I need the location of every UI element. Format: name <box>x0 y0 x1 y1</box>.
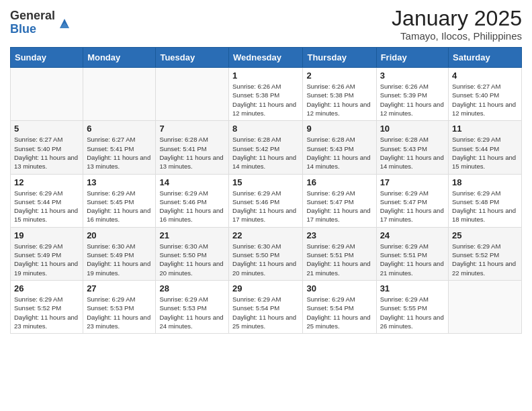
day-info: Sunrise: 6:29 AMSunset: 5:44 PMDaylight:… <box>452 135 518 171</box>
week-row-3: 12Sunrise: 6:29 AMSunset: 5:44 PMDayligh… <box>11 174 522 227</box>
day-number: 18 <box>452 177 518 187</box>
sunset-time: Sunset: 5:40 PM <box>452 91 499 99</box>
calendar-cell: 12Sunrise: 6:29 AMSunset: 5:44 PMDayligh… <box>11 174 83 227</box>
sunset-time: Sunset: 5:52 PM <box>14 304 61 312</box>
day-info: Sunrise: 6:29 AMSunset: 5:48 PMDaylight:… <box>452 189 518 224</box>
header: General Blue January 2025 Tamayo, Ilocos… <box>10 7 522 42</box>
title-area: January 2025 Tamayo, Ilocos, Philippines <box>392 7 522 42</box>
sunrise-time: Sunrise: 6:30 AM <box>232 242 281 250</box>
daylight-hours: Daylight: 11 hours and 19 minutes. <box>14 260 78 276</box>
day-number: 14 <box>159 177 225 187</box>
sunrise-time: Sunrise: 6:27 AM <box>87 136 135 143</box>
day-info: Sunrise: 6:30 AMSunset: 5:50 PMDaylight:… <box>232 242 299 277</box>
sunset-time: Sunset: 5:53 PM <box>159 304 206 312</box>
calendar-cell: 11Sunrise: 6:29 AMSunset: 5:44 PMDayligh… <box>449 121 522 174</box>
day-info: Sunrise: 6:29 AMSunset: 5:53 PMDaylight:… <box>87 295 152 330</box>
day-info: Sunrise: 6:29 AMSunset: 5:54 PMDaylight:… <box>232 295 299 330</box>
day-number: 4 <box>452 71 518 81</box>
calendar-cell: 27Sunrise: 6:29 AMSunset: 5:53 PMDayligh… <box>83 280 156 333</box>
calendar-cell: 15Sunrise: 6:29 AMSunset: 5:46 PMDayligh… <box>229 174 303 227</box>
day-number: 23 <box>306 230 372 240</box>
day-number: 28 <box>159 283 225 293</box>
day-info: Sunrise: 6:30 AMSunset: 5:49 PMDaylight:… <box>87 242 152 277</box>
daylight-hours: Daylight: 11 hours and 17 minutes. <box>232 207 296 223</box>
calendar-header-row: SundayMondayTuesdayWednesdayThursdayFrid… <box>11 48 522 68</box>
day-info: Sunrise: 6:29 AMSunset: 5:47 PMDaylight:… <box>306 189 372 224</box>
calendar-cell: 28Sunrise: 6:29 AMSunset: 5:53 PMDayligh… <box>156 280 229 333</box>
daylight-hours: Daylight: 11 hours and 26 minutes. <box>380 314 444 330</box>
sunrise-time: Sunrise: 6:29 AM <box>87 295 135 303</box>
day-info: Sunrise: 6:27 AMSunset: 5:40 PMDaylight:… <box>14 135 79 171</box>
sunset-time: Sunset: 5:52 PM <box>452 251 499 259</box>
daylight-hours: Daylight: 11 hours and 14 minutes. <box>232 154 296 170</box>
sunset-time: Sunset: 5:41 PM <box>159 145 206 152</box>
sunset-time: Sunset: 5:54 PM <box>232 304 279 312</box>
daylight-hours: Daylight: 11 hours and 20 minutes. <box>159 260 223 276</box>
header-wednesday: Wednesday <box>229 48 303 68</box>
calendar-cell: 18Sunrise: 6:29 AMSunset: 5:48 PMDayligh… <box>449 174 522 227</box>
sunset-time: Sunset: 5:50 PM <box>232 251 279 259</box>
day-number: 3 <box>380 71 445 81</box>
daylight-hours: Daylight: 11 hours and 24 minutes. <box>159 314 223 330</box>
sunrise-time: Sunrise: 6:29 AM <box>380 189 429 197</box>
logo-general: General <box>10 9 55 23</box>
calendar-cell: 30Sunrise: 6:29 AMSunset: 5:54 PMDayligh… <box>303 280 376 333</box>
sunset-time: Sunset: 5:55 PM <box>380 304 427 312</box>
day-info: Sunrise: 6:29 AMSunset: 5:44 PMDaylight:… <box>14 189 79 224</box>
sunset-time: Sunset: 5:44 PM <box>14 198 61 205</box>
header-sunday: Sunday <box>11 48 83 68</box>
sunset-time: Sunset: 5:48 PM <box>452 198 499 205</box>
day-info: Sunrise: 6:29 AMSunset: 5:51 PMDaylight:… <box>306 242 372 277</box>
sunrise-time: Sunrise: 6:26 AM <box>232 83 281 90</box>
day-number: 27 <box>87 283 152 293</box>
day-number: 19 <box>14 230 79 240</box>
calendar-cell: 6Sunrise: 6:27 AMSunset: 5:41 PMDaylight… <box>83 121 156 174</box>
sunrise-time: Sunrise: 6:29 AM <box>380 295 429 303</box>
calendar-cell: 13Sunrise: 6:29 AMSunset: 5:45 PMDayligh… <box>83 174 156 227</box>
calendar-cell <box>11 68 83 121</box>
calendar-cell: 1Sunrise: 6:26 AMSunset: 5:38 PMDaylight… <box>229 68 303 121</box>
sunset-time: Sunset: 5:45 PM <box>87 198 134 205</box>
day-info: Sunrise: 6:28 AMSunset: 5:41 PMDaylight:… <box>159 135 225 171</box>
day-number: 2 <box>306 71 372 81</box>
daylight-hours: Daylight: 11 hours and 13 minutes. <box>14 154 78 170</box>
location-title: Tamayo, Ilocos, Philippines <box>392 30 522 42</box>
calendar-cell: 16Sunrise: 6:29 AMSunset: 5:47 PMDayligh… <box>303 174 376 227</box>
sunset-time: Sunset: 5:46 PM <box>159 198 206 205</box>
daylight-hours: Daylight: 11 hours and 25 minutes. <box>232 314 296 330</box>
day-number: 17 <box>380 177 445 187</box>
sunset-time: Sunset: 5:49 PM <box>87 251 134 259</box>
day-number: 22 <box>232 230 299 240</box>
daylight-hours: Daylight: 11 hours and 23 minutes. <box>87 314 150 330</box>
daylight-hours: Daylight: 11 hours and 16 minutes. <box>159 207 223 223</box>
day-info: Sunrise: 6:29 AMSunset: 5:52 PMDaylight:… <box>452 242 518 277</box>
calendar-cell: 22Sunrise: 6:30 AMSunset: 5:50 PMDayligh… <box>229 227 303 280</box>
sunrise-time: Sunrise: 6:29 AM <box>306 295 355 303</box>
daylight-hours: Daylight: 11 hours and 20 minutes. <box>232 260 296 276</box>
sunset-time: Sunset: 5:47 PM <box>306 198 353 205</box>
sunrise-time: Sunrise: 6:29 AM <box>306 189 355 197</box>
sunrise-time: Sunrise: 6:29 AM <box>452 189 500 197</box>
calendar-cell: 29Sunrise: 6:29 AMSunset: 5:54 PMDayligh… <box>229 280 303 333</box>
sunrise-time: Sunrise: 6:29 AM <box>159 295 208 303</box>
calendar-cell: 7Sunrise: 6:28 AMSunset: 5:41 PMDaylight… <box>156 121 229 174</box>
sunset-time: Sunset: 5:46 PM <box>232 198 279 205</box>
sunset-time: Sunset: 5:54 PM <box>306 304 353 312</box>
sunset-time: Sunset: 5:42 PM <box>232 145 279 152</box>
day-number: 11 <box>452 124 518 134</box>
daylight-hours: Daylight: 11 hours and 25 minutes. <box>306 314 370 330</box>
calendar-cell: 3Sunrise: 6:26 AMSunset: 5:39 PMDaylight… <box>376 68 448 121</box>
header-thursday: Thursday <box>303 48 376 68</box>
day-info: Sunrise: 6:29 AMSunset: 5:46 PMDaylight:… <box>232 189 299 224</box>
daylight-hours: Daylight: 11 hours and 12 minutes. <box>380 101 444 117</box>
sunset-time: Sunset: 5:53 PM <box>87 304 134 312</box>
day-number: 25 <box>452 230 518 240</box>
day-number: 16 <box>306 177 372 187</box>
calendar-cell: 14Sunrise: 6:29 AMSunset: 5:46 PMDayligh… <box>156 174 229 227</box>
day-info: Sunrise: 6:29 AMSunset: 5:47 PMDaylight:… <box>380 189 445 224</box>
daylight-hours: Daylight: 11 hours and 15 minutes. <box>14 207 78 223</box>
sunset-time: Sunset: 5:38 PM <box>306 91 353 99</box>
day-number: 6 <box>87 124 152 134</box>
day-number: 30 <box>306 283 372 293</box>
sunset-time: Sunset: 5:44 PM <box>452 145 499 152</box>
